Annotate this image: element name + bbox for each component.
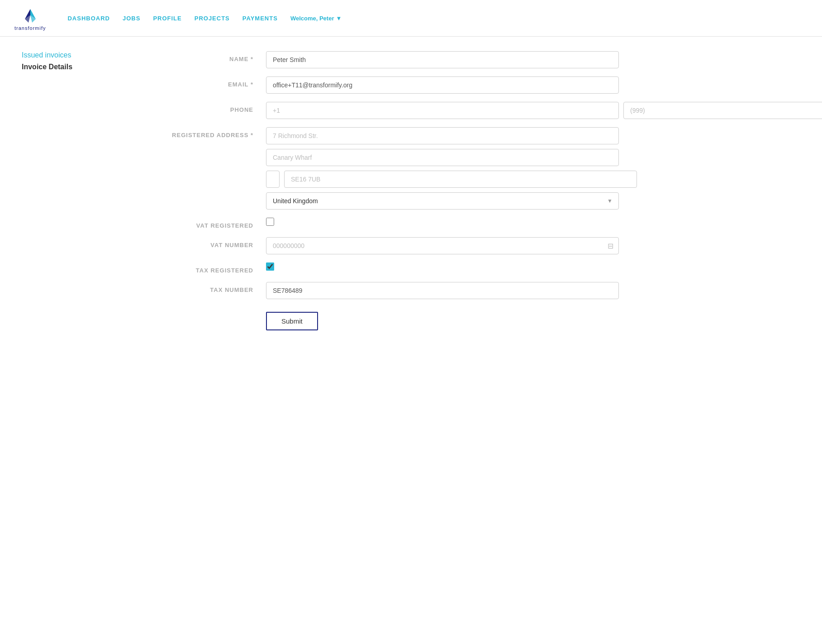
address-label: REGISTERED ADDRESS * (121, 127, 266, 138)
form-area: NAME * EMAIL * PHONE RE (121, 51, 619, 330)
vat-number-row: VAT NUMBER ⊟ (121, 237, 619, 254)
email-input[interactable] (266, 76, 619, 94)
logo-text: transformify (14, 25, 46, 31)
welcome-text: Welcome, Peter (290, 15, 334, 22)
email-row: EMAIL * (121, 76, 619, 94)
sidebar: Issued invoices Invoice Details (22, 51, 121, 330)
logo[interactable]: transformify (14, 5, 46, 31)
phone-area-input[interactable] (623, 102, 822, 119)
vat-number-controls: ⊟ (266, 237, 619, 254)
table-icon: ⊟ (608, 242, 613, 250)
tax-checkbox-row (266, 262, 619, 271)
page-container: Issued invoices Invoice Details NAME * E… (0, 37, 822, 345)
country-select-wrapper: United KingdomUnited StatesGermanyFrance… (266, 192, 619, 210)
vat-registered-row: VAT REGISTERED (121, 218, 619, 229)
vat-registered-checkbox[interactable] (266, 218, 274, 226)
nav-links: DASHBOARD JOBS PROFILE PROJECTS PAYMENTS… (67, 15, 342, 22)
city-zip-inline (266, 171, 619, 188)
vat-registered-controls (266, 218, 619, 226)
nav-link-payments[interactable]: PAYMENTS (242, 15, 278, 22)
phone-label: PHONE (121, 102, 266, 113)
dropdown-arrow-icon: ▼ (336, 15, 342, 22)
name-controls (266, 51, 619, 68)
address-row: REGISTERED ADDRESS * United KingdomUnite… (121, 127, 619, 210)
phone-controls (266, 102, 619, 119)
phone-country-input[interactable] (266, 102, 619, 119)
submit-button[interactable]: Submit (266, 312, 318, 330)
navbar: transformify DASHBOARD JOBS PROFILE PROJ… (0, 0, 822, 37)
name-input[interactable] (266, 51, 619, 68)
vat-number-input[interactable] (266, 237, 619, 254)
phone-inline (266, 102, 619, 119)
address-line2-input[interactable] (266, 149, 619, 166)
nav-welcome[interactable]: Welcome, Peter ▼ (290, 15, 342, 22)
city-input[interactable] (266, 171, 280, 188)
tax-number-input[interactable] (266, 282, 619, 299)
email-label: EMAIL * (121, 76, 266, 88)
phone-row: PHONE (121, 102, 619, 119)
tax-registered-controls (266, 262, 619, 271)
vat-input-wrapper: ⊟ (266, 237, 619, 254)
zip-input[interactable] (284, 171, 637, 188)
email-controls (266, 76, 619, 94)
vat-registered-label: VAT REGISTERED (121, 218, 266, 229)
tax-registered-label: TAX REGISTERED (121, 262, 266, 274)
nav-link-dashboard[interactable]: DASHBOARD (67, 15, 110, 22)
nav-link-jobs[interactable]: JOBS (123, 15, 140, 22)
vat-checkbox-row (266, 218, 619, 226)
tax-registered-row: TAX REGISTERED (121, 262, 619, 274)
address-line1-input[interactable] (266, 127, 619, 144)
vat-number-label: VAT NUMBER (121, 237, 266, 248)
name-label: NAME * (121, 51, 266, 62)
nav-link-profile[interactable]: PROFILE (153, 15, 181, 22)
sidebar-item-issued-invoices[interactable]: Issued invoices (22, 51, 121, 59)
tax-number-label: TAX NUMBER (121, 282, 266, 293)
submit-row: Submit (121, 312, 619, 330)
country-select[interactable]: United KingdomUnited StatesGermanyFrance… (266, 192, 619, 210)
name-row: NAME * (121, 51, 619, 68)
nav-link-projects[interactable]: PROJECTS (195, 15, 230, 22)
tax-number-controls (266, 282, 619, 299)
tax-registered-checkbox[interactable] (266, 262, 274, 271)
tax-number-row: TAX NUMBER (121, 282, 619, 299)
address-controls: United KingdomUnited StatesGermanyFrance… (266, 127, 619, 210)
sidebar-item-invoice-details: Invoice Details (22, 63, 121, 71)
